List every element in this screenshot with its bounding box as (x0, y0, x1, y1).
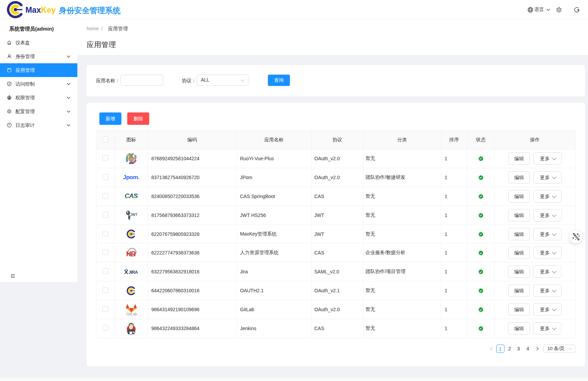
svg-text:JIRA: JIRA (129, 270, 138, 275)
svg-text:HR: HR (126, 250, 136, 258)
svg-text:GitLab: GitLab (126, 312, 137, 316)
svg-text:JWT: JWT (130, 213, 137, 216)
